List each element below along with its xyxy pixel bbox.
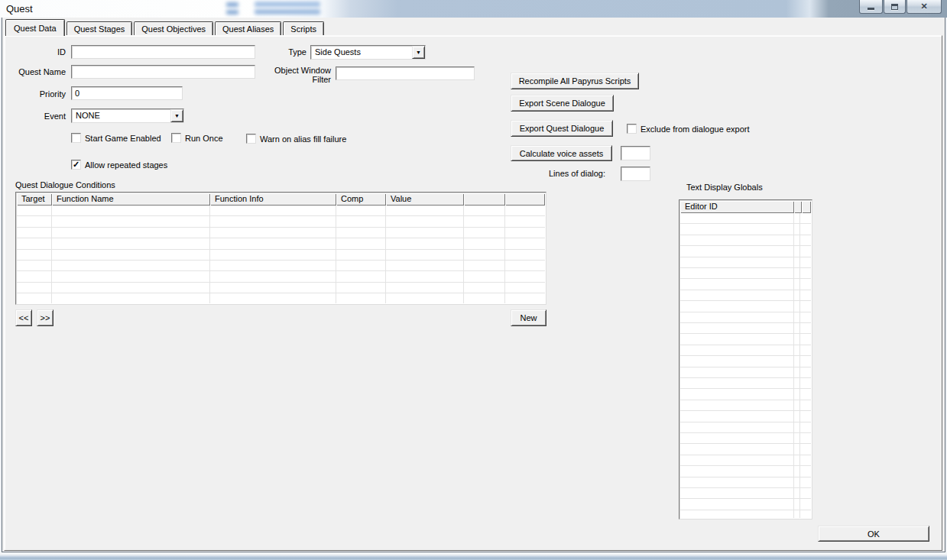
exclude-from-dialogue-export-checkbox[interactable] xyxy=(627,124,637,134)
maximize-icon xyxy=(891,4,898,10)
close-button[interactable]: ✕ xyxy=(906,0,942,14)
export-quest-dialogue-button[interactable]: Export Quest Dialogue xyxy=(511,120,613,137)
quest-name-input[interactable] xyxy=(71,65,255,79)
quest-dialogue-conditions-table[interactable]: Target Function Name Function Info Comp … xyxy=(15,192,546,305)
export-scene-dialogue-button[interactable]: Export Scene Dialogue xyxy=(511,95,614,112)
type-dropdown[interactable]: Side Quests ▼ xyxy=(310,45,426,60)
minimize-icon xyxy=(868,8,874,10)
warn-on-alias-fill-failure-label: Warn on alias fill failure xyxy=(260,134,346,144)
warn-on-alias-fill-failure-checkbox[interactable] xyxy=(246,134,256,144)
run-once-checkbox[interactable] xyxy=(171,133,181,143)
tab-scripts[interactable]: Scripts xyxy=(283,21,324,35)
column-header-filler xyxy=(802,201,811,213)
lines-of-dialog-label: Lines of dialog: xyxy=(511,169,605,178)
start-game-enabled-label: Start Game Enabled xyxy=(85,134,161,143)
grid-column-separator xyxy=(385,206,386,303)
minimize-button[interactable] xyxy=(859,0,883,14)
grid-column-separator xyxy=(51,206,52,303)
quest-window: Quest ✕ Quest Data Quest Stages Quest Ob… xyxy=(0,0,947,560)
event-dropdown-value: NONE xyxy=(72,109,170,122)
text-display-globals-body[interactable] xyxy=(680,213,811,518)
text-display-globals-title: Text Display Globals xyxy=(686,183,763,192)
dialog-body: Quest Data Quest Stages Quest Objectives… xyxy=(0,18,947,552)
calculate-voice-assets-button[interactable]: Calculate voice assets xyxy=(511,145,612,161)
column-header-blank[interactable] xyxy=(794,201,802,213)
object-window-filter-label-line1: Object Window xyxy=(274,66,331,75)
text-display-globals-list[interactable]: Editor ID xyxy=(679,199,812,520)
maximize-button[interactable] xyxy=(884,0,906,14)
object-window-filter-input[interactable] xyxy=(336,66,475,80)
window-bottom-border xyxy=(0,552,947,560)
allow-repeated-stages-label: Allow repeated stages xyxy=(85,160,167,170)
id-input[interactable] xyxy=(71,45,255,59)
ok-button[interactable]: OK xyxy=(818,526,929,542)
tab-quest-objectives[interactable]: Quest Objectives xyxy=(134,21,213,35)
recompile-all-papyrus-scripts-button[interactable]: Recompile All Papyrus Scripts xyxy=(511,73,639,89)
priority-label: Priority xyxy=(15,89,66,99)
background-window-blur xyxy=(226,10,238,15)
tab-quest-data[interactable]: Quest Data xyxy=(5,19,65,36)
column-header-target[interactable]: Target xyxy=(17,193,52,206)
object-window-filter-label-line2: Filter xyxy=(313,75,331,84)
tab-quest-stages[interactable]: Quest Stages xyxy=(66,21,133,35)
start-game-enabled-checkbox[interactable] xyxy=(71,133,81,143)
conditions-next-button[interactable]: >> xyxy=(37,309,54,326)
grid-column-separator xyxy=(209,206,210,303)
grid-column-separator xyxy=(504,206,505,303)
quest-name-label: Quest Name xyxy=(8,67,66,76)
grid-column-separator xyxy=(793,213,794,518)
column-header-blank-1[interactable] xyxy=(464,193,505,206)
event-dropdown[interactable]: NONE ▼ xyxy=(71,108,184,123)
grid-column-separator xyxy=(336,206,336,303)
background-window-blur xyxy=(226,2,238,7)
grid-column-separator xyxy=(463,206,464,303)
close-icon: ✕ xyxy=(920,2,927,11)
column-header-value[interactable]: Value xyxy=(386,193,464,206)
chevron-down-icon[interactable]: ▼ xyxy=(170,109,183,122)
allow-repeated-stages-checkbox[interactable]: ✓ xyxy=(71,160,81,170)
column-header-function-name[interactable]: Function Name xyxy=(52,193,210,206)
column-header-comp[interactable]: Comp xyxy=(336,193,386,206)
exclude-from-dialogue-export-label: Exclude from dialogue export xyxy=(641,125,749,134)
conditions-table-body[interactable] xyxy=(17,206,545,303)
id-label: ID xyxy=(15,47,66,57)
type-dropdown-value: Side Quests xyxy=(311,46,412,59)
conditions-new-button[interactable]: New xyxy=(511,309,546,326)
column-header-editor-id[interactable]: Editor ID xyxy=(680,201,794,213)
column-header-function-info[interactable]: Function Info xyxy=(210,193,336,206)
grid-column-separator xyxy=(799,213,800,518)
title-bar[interactable]: Quest ✕ xyxy=(0,0,947,18)
window-title: Quest xyxy=(6,3,33,15)
column-header-blank-2[interactable] xyxy=(505,193,545,206)
background-window-blur xyxy=(255,2,320,7)
tab-quest-aliases[interactable]: Quest Aliases xyxy=(215,21,281,35)
chevron-down-icon[interactable]: ▼ xyxy=(412,46,425,59)
conditions-prev-button[interactable]: << xyxy=(15,309,32,326)
background-window-blur xyxy=(255,9,320,15)
run-once-label: Run Once xyxy=(185,134,223,143)
tab-strip: Quest Data Quest Stages Quest Objectives… xyxy=(5,19,326,36)
voice-assets-count-field xyxy=(621,146,650,160)
event-label: Event xyxy=(15,112,66,121)
conditions-table-header: Target Function Name Function Info Comp … xyxy=(17,193,545,206)
quest-dialogue-conditions-title: Quest Dialogue Conditions xyxy=(15,180,115,189)
priority-input[interactable] xyxy=(71,86,183,100)
type-label: Type xyxy=(264,47,306,57)
lines-of-dialog-field xyxy=(621,167,650,181)
object-window-filter-label: Object Window Filter xyxy=(270,66,331,84)
text-display-globals-header: Editor ID xyxy=(680,201,811,213)
caption-buttons: ✕ xyxy=(858,0,942,14)
